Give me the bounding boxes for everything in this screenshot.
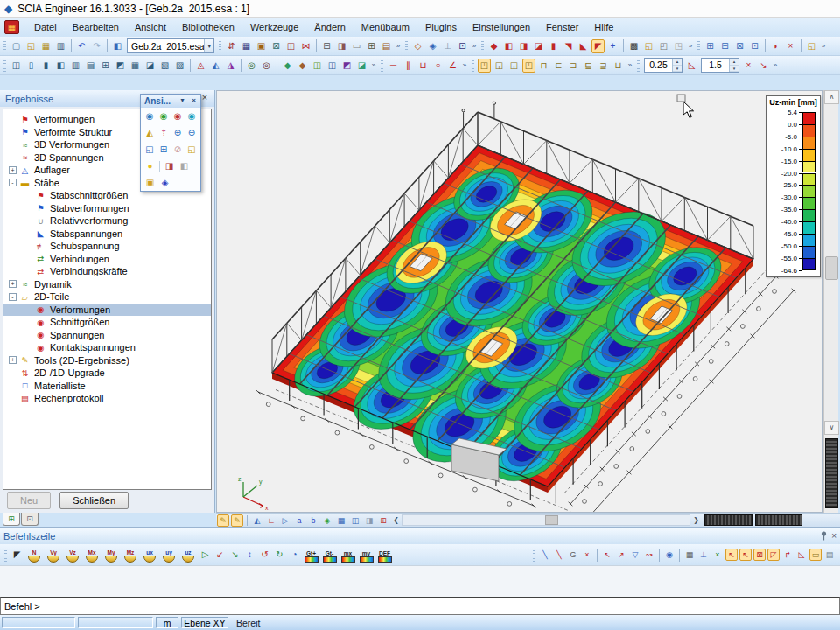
zoom-in-icon[interactable]: ⊕ bbox=[172, 126, 184, 139]
clipping-box-icon[interactable]: ▣ bbox=[144, 176, 157, 189]
project-settings-icon[interactable]: ⇵ bbox=[225, 39, 238, 53]
section-t-icon[interactable]: ▥ bbox=[69, 59, 82, 73]
camera-off-icon[interactable]: ◧ bbox=[178, 159, 191, 172]
snap-point-icon[interactable]: ↖ bbox=[725, 549, 738, 561]
menu-plugins[interactable]: Plugins bbox=[417, 20, 465, 34]
result-uz-icon[interactable]: uz bbox=[179, 548, 197, 563]
result-phi-icon[interactable]: ◔ bbox=[288, 548, 301, 562]
doc-export-icon[interactable]: ◳ bbox=[672, 39, 685, 53]
snap-cross-icon[interactable]: × bbox=[711, 549, 724, 561]
result-vz-icon[interactable]: Vz bbox=[64, 548, 81, 563]
layer-manager-icon[interactable]: ◫ bbox=[326, 59, 339, 73]
toolbar-grip[interactable] bbox=[381, 59, 383, 72]
tree-item-verformungen[interactable]: ◉Verformungen bbox=[4, 304, 211, 317]
layer-lock-icon[interactable]: ◪ bbox=[355, 59, 368, 73]
line-mode-icon[interactable]: ╲ bbox=[539, 549, 551, 561]
section-box-icon[interactable]: ◩ bbox=[114, 59, 127, 73]
toolbar-grip[interactable] bbox=[481, 39, 484, 52]
menu--ndern[interactable]: Ändern bbox=[306, 20, 353, 34]
view-yz-icon[interactable]: ◉ bbox=[186, 109, 198, 122]
layer-visibility-icon[interactable]: ◩ bbox=[340, 59, 354, 73]
load-cases-icon[interactable]: ◫ bbox=[284, 39, 298, 53]
model-3d[interactable]: xyz bbox=[217, 91, 822, 512]
combinations-icon[interactable]: ⋈ bbox=[299, 39, 312, 53]
new-rafter-icon[interactable]: ◨ bbox=[517, 39, 530, 53]
toolbar-grip[interactable] bbox=[697, 39, 700, 52]
scale-1n-icon[interactable]: ↘ bbox=[757, 59, 770, 73]
tree-item-relativverformung[interactable]: ∪Relativverformung bbox=[4, 214, 211, 228]
section-z-icon[interactable]: ◪ bbox=[144, 59, 157, 73]
tree-item-verbindungen[interactable]: ⇄Verbindungen bbox=[4, 253, 211, 266]
redo-icon[interactable]: ↷ bbox=[90, 39, 103, 53]
snap-perpendicular-icon[interactable]: ▽ bbox=[629, 549, 641, 561]
section-pipe-icon[interactable]: ⊞ bbox=[99, 59, 112, 73]
new-beam-icon[interactable]: ◆ bbox=[487, 39, 500, 53]
toolbar-grip[interactable] bbox=[637, 59, 640, 72]
result-mx-icon[interactable]: Mx bbox=[83, 548, 101, 563]
view-xy-icon[interactable]: ◉ bbox=[158, 109, 170, 122]
show-loads-icon[interactable]: ∟ bbox=[265, 514, 277, 527]
snap-tangent-icon[interactable]: ↝ bbox=[643, 549, 655, 561]
view-params-icon[interactable]: ◎ bbox=[245, 59, 258, 73]
status-plane[interactable]: Ebene XY bbox=[181, 617, 228, 628]
result-n-icon[interactable]: N bbox=[25, 548, 43, 563]
rotate-cw-icon[interactable]: ↻ bbox=[273, 548, 286, 562]
menu-ansicht[interactable]: Ansicht bbox=[127, 20, 174, 34]
toolbar-grip[interactable] bbox=[4, 549, 7, 562]
copy-view-icon[interactable]: ⊞ bbox=[704, 39, 717, 53]
preview-icon[interactable]: ▭ bbox=[350, 39, 363, 53]
save-all-icon[interactable]: ▥ bbox=[54, 39, 67, 53]
toolbar-overflow-icon[interactable]: » bbox=[626, 61, 634, 69]
cursor-step-spinner[interactable]: 1.5▴▾ bbox=[701, 58, 739, 73]
snap-center-icon[interactable]: + bbox=[606, 39, 620, 53]
menu-fenster[interactable]: Fenster bbox=[538, 20, 586, 34]
open-library-icon[interactable]: ◱ bbox=[642, 39, 655, 53]
new-column-icon[interactable]: ◧ bbox=[502, 39, 515, 53]
vertical-scrollbar[interactable]: ∧ ∨ bbox=[823, 90, 838, 513]
cross-sections-icon[interactable]: ▣ bbox=[255, 39, 268, 53]
scia-menu-logo-icon[interactable]: ▦ bbox=[4, 20, 19, 34]
result-updown-icon[interactable]: ↕ bbox=[243, 548, 256, 562]
result-uy-icon[interactable]: uy bbox=[160, 548, 178, 563]
tree-item-materialliste[interactable]: □Materialliste bbox=[4, 380, 211, 393]
toolbar-overflow-icon[interactable]: » bbox=[819, 42, 828, 50]
tree-item-2d-1d-upgrade[interactable]: ⇅2D-/1D-Upgrade bbox=[4, 367, 211, 380]
section-u-icon[interactable]: ◧ bbox=[54, 59, 67, 73]
object-info-icon[interactable]: ⊡ bbox=[456, 39, 469, 53]
toolbar-grip[interactable] bbox=[4, 59, 6, 72]
snap-edge-icon[interactable]: ◸ bbox=[767, 549, 780, 561]
dim-u-icon[interactable]: ⊔ bbox=[416, 59, 430, 73]
menu-bearbeiten[interactable]: Bearbeiten bbox=[65, 20, 127, 34]
snap-line-icon[interactable]: ↖ bbox=[739, 549, 752, 561]
show-planes-icon[interactable]: ◫ bbox=[349, 514, 361, 527]
tree-item-verbindungskräfte[interactable]: ⇄Verbindungskräfte bbox=[4, 265, 211, 278]
cursor-snap-mode-icon[interactable]: ◉ bbox=[663, 549, 676, 561]
print-data-icon[interactable]: ⊟ bbox=[320, 39, 333, 53]
section-rect-icon[interactable]: ◫ bbox=[10, 59, 23, 73]
vertical-scroll-thumb[interactable] bbox=[825, 256, 838, 280]
zoom-window-icon[interactable]: ◱ bbox=[144, 143, 156, 156]
scroll-up-icon[interactable]: ∧ bbox=[824, 90, 839, 104]
tree-item-2d-teile[interactable]: -▱2D-Teile bbox=[4, 290, 211, 304]
result-my-icon[interactable]: My bbox=[102, 548, 120, 563]
zoom-out-icon[interactable]: ⊖ bbox=[186, 126, 198, 139]
delete-picture-icon[interactable]: × bbox=[784, 39, 797, 53]
tree-item-schnittgrößen[interactable]: ◉Schnittgrößen bbox=[4, 316, 211, 329]
node-move-icon[interactable]: ◭ bbox=[209, 59, 222, 73]
open-project-icon[interactable]: ◱ bbox=[24, 39, 38, 53]
pin-icon[interactable] bbox=[820, 531, 828, 541]
toolbar-overflow-icon[interactable]: » bbox=[686, 42, 695, 50]
modify-member-icon[interactable]: ◤ bbox=[592, 39, 605, 53]
snap-ortho-icon[interactable]: ⊥ bbox=[697, 549, 710, 561]
snap-midpoint-icon[interactable]: ↗ bbox=[615, 549, 627, 561]
result-arrow-down-left-icon[interactable]: ↙ bbox=[214, 548, 227, 562]
tree-item-stabspannungen[interactable]: ◣Stabspannungen bbox=[4, 228, 211, 241]
toolbar-grip[interactable] bbox=[472, 59, 474, 72]
node-merge-icon[interactable]: ◮ bbox=[224, 59, 237, 73]
new-opening-icon[interactable]: ◣ bbox=[577, 39, 590, 53]
tree-item-rechenprotokoll[interactable]: ▤Rechenprotokoll bbox=[4, 392, 211, 405]
polyline-mode-icon[interactable]: ╲ bbox=[553, 549, 565, 561]
redraw-icon[interactable]: ◇ bbox=[411, 39, 424, 53]
hscroll-right-icon[interactable]: ❯ bbox=[690, 514, 702, 527]
contour-my-icon[interactable]: my bbox=[358, 548, 374, 563]
